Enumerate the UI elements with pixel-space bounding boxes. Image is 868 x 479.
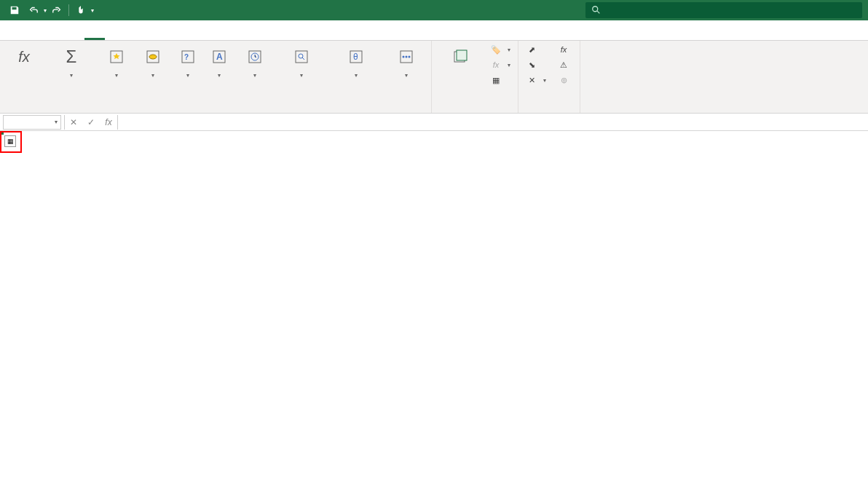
tag-icon: 🏷️ bbox=[490, 44, 502, 55]
text-button[interactable]: A ▾ bbox=[205, 42, 233, 79]
trace-prec-icon: ⬈ bbox=[526, 44, 537, 55]
svg-point-4 bbox=[149, 55, 157, 59]
quick-access-toolbar: ▾ ▾ bbox=[0, 1, 100, 19]
tab-developer[interactable] bbox=[166, 31, 186, 40]
math-button[interactable]: θ ▾ bbox=[328, 42, 384, 79]
text-icon: A bbox=[208, 45, 231, 68]
error-check-icon: ⚠ bbox=[558, 59, 569, 71]
sigma-icon: Σ bbox=[60, 45, 83, 68]
insert-function-button[interactable]: fx bbox=[4, 42, 44, 70]
svg-rect-21 bbox=[457, 50, 467, 60]
confirm-formula-button[interactable]: ✓ bbox=[82, 117, 100, 127]
fx-small-icon: fx bbox=[490, 59, 502, 71]
ribbon-group-formula-auditing: ⬈ ⬊ ✕ ▾ fx ⚠ ⊚ bbox=[518, 41, 580, 113]
more-icon bbox=[395, 45, 418, 68]
theta-icon: θ bbox=[344, 45, 368, 68]
tab-review[interactable] bbox=[125, 31, 146, 40]
svg-rect-11 bbox=[296, 51, 307, 63]
svg-text:A: A bbox=[216, 52, 223, 62]
tab-home[interactable] bbox=[23, 31, 44, 40]
formula-input[interactable] bbox=[118, 115, 868, 130]
cancel-formula-button[interactable]: ✕ bbox=[65, 117, 82, 127]
formula-bar: ▾ ✕ ✓ fx bbox=[0, 114, 868, 131]
tab-data[interactable] bbox=[105, 31, 125, 40]
recent-button[interactable]: ▾ bbox=[99, 42, 134, 79]
trace-precedents-button[interactable]: ⬈ bbox=[523, 42, 549, 57]
lookup-icon bbox=[290, 45, 313, 68]
ribbon-group-defined-names: 🏷️ ▾ fx ▾ ▦ bbox=[432, 41, 518, 113]
name-manager-icon bbox=[449, 45, 473, 68]
show-formulas-button[interactable]: fx bbox=[555, 42, 575, 57]
touch-mode-icon[interactable] bbox=[72, 1, 90, 19]
svg-point-19 bbox=[409, 56, 411, 58]
undo-dropdown[interactable]: ▾ bbox=[44, 7, 47, 14]
svg-line-13 bbox=[302, 58, 304, 60]
svg-text:?: ? bbox=[184, 53, 189, 61]
group-label-auditing bbox=[523, 108, 575, 113]
star-icon bbox=[105, 45, 128, 68]
undo-icon[interactable] bbox=[25, 1, 42, 19]
trace-dep-icon: ⬊ bbox=[526, 59, 537, 71]
tab-insert[interactable] bbox=[44, 31, 64, 40]
tab-view[interactable] bbox=[146, 31, 166, 40]
use-in-formula-button: fx ▾ bbox=[487, 58, 513, 72]
tab-help[interactable] bbox=[186, 31, 207, 40]
remove-arrows-icon: ✕ bbox=[526, 74, 537, 86]
svg-line-1 bbox=[597, 11, 600, 14]
name-manager-button[interactable] bbox=[436, 42, 486, 70]
financial-icon bbox=[141, 45, 165, 68]
logical-button[interactable]: ? ▾ bbox=[172, 42, 204, 79]
fx-icon: fx bbox=[12, 45, 36, 68]
ribbon: fx Σ ▾ ▾ ▾ ? ▾ A ▾ bbox=[0, 41, 868, 114]
clock-icon bbox=[243, 45, 267, 68]
group-label-names bbox=[436, 108, 513, 113]
title-bar: ▾ ▾ bbox=[0, 0, 868, 20]
ribbon-group-function-library: fx Σ ▾ ▾ ▾ ? ▾ A ▾ bbox=[0, 41, 432, 113]
error-checking-button[interactable]: ⚠ bbox=[555, 58, 575, 72]
more-functions-button[interactable]: ▾ bbox=[386, 42, 427, 79]
qat-customize-dropdown[interactable]: ▾ bbox=[91, 7, 94, 14]
group-label-library bbox=[4, 108, 427, 113]
fx-button[interactable]: fx bbox=[100, 117, 117, 127]
svg-text:θ: θ bbox=[353, 52, 358, 62]
autosum-button[interactable]: Σ ▾ bbox=[45, 42, 98, 79]
financial-button[interactable]: ▾ bbox=[135, 42, 170, 79]
define-name-button[interactable]: 🏷️ ▾ bbox=[487, 42, 513, 57]
svg-point-0 bbox=[593, 7, 598, 12]
evaluate-formula-button: ⊚ bbox=[555, 73, 575, 87]
redo-icon[interactable] bbox=[48, 1, 66, 19]
create-from-selection-button[interactable]: ▦ bbox=[487, 73, 513, 87]
eval-icon: ⊚ bbox=[558, 74, 569, 86]
lookup-button[interactable]: ▾ bbox=[277, 42, 326, 79]
autofill-options-highlight: ▦ bbox=[0, 131, 22, 153]
svg-point-17 bbox=[403, 56, 405, 58]
name-box[interactable]: ▾ bbox=[3, 115, 61, 130]
autofill-options-button[interactable]: ▦ bbox=[4, 135, 16, 147]
trace-dependents-button[interactable]: ⬊ bbox=[523, 58, 549, 72]
search-box[interactable] bbox=[585, 2, 862, 18]
selection-icon: ▦ bbox=[490, 74, 502, 86]
tab-layout[interactable] bbox=[64, 31, 84, 40]
save-icon[interactable] bbox=[6, 1, 23, 19]
ribbon-tabs bbox=[0, 20, 868, 41]
tab-file[interactable] bbox=[3, 31, 23, 40]
logical-icon: ? bbox=[176, 45, 200, 68]
svg-point-18 bbox=[406, 56, 408, 58]
name-box-dropdown[interactable]: ▾ bbox=[55, 119, 58, 125]
tab-formulas[interactable] bbox=[84, 29, 105, 40]
datetime-button[interactable]: ▾ bbox=[234, 42, 275, 79]
show-formulas-icon: fx bbox=[558, 44, 569, 55]
remove-arrows-button[interactable]: ✕ ▾ bbox=[523, 73, 549, 87]
